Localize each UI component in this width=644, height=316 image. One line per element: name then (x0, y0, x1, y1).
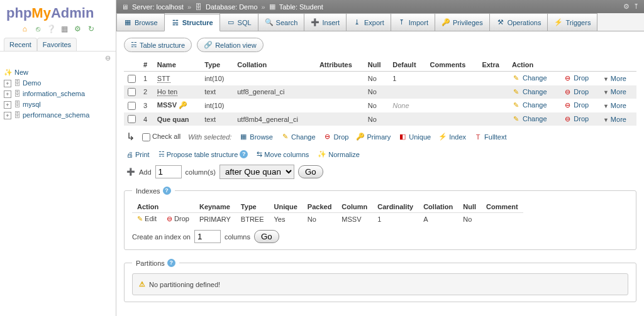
add-count-input[interactable] (155, 165, 182, 178)
bulk-primary[interactable]: 🔑Primary (356, 133, 391, 141)
col-comments[interactable]: Comments (426, 58, 479, 72)
col-null[interactable]: Null (364, 58, 389, 72)
collapse-icon[interactable]: ⊖ (105, 54, 111, 62)
move-columns-link[interactable]: ⇆Move columns (257, 150, 309, 158)
col-comments (426, 85, 479, 99)
settings-icon[interactable]: ⚙ (73, 24, 83, 34)
col-collation[interactable]: Collation (233, 58, 316, 72)
tree-toggle[interactable]: + (4, 80, 11, 87)
row-drop-link[interactable]: ⊖ Drop (563, 74, 589, 82)
tree-new[interactable]: New (14, 68, 28, 76)
idx-col-column: Column (336, 201, 372, 213)
row-checkbox[interactable] (128, 75, 136, 83)
col-comments (426, 99, 479, 112)
col-default[interactable]: Default (389, 58, 426, 72)
row-change-link[interactable]: ✎ Change (512, 101, 547, 109)
col-attributes[interactable]: Attributes (316, 58, 364, 72)
logo-my: My (31, 5, 51, 21)
col-comments (426, 112, 479, 126)
tree-toggle[interactable]: + (4, 90, 11, 98)
structure-icon: ☵ (171, 18, 180, 27)
tab-sql[interactable]: ▭SQL (219, 13, 258, 31)
bulk-change[interactable]: ✎Change (280, 133, 316, 141)
row-change-link[interactable]: ✎ Change (512, 115, 547, 123)
idx-col-action: Action (132, 201, 194, 213)
tree-toggle[interactable]: + (4, 101, 11, 109)
add-go-button[interactable]: Go (298, 165, 323, 178)
create-index-pre: Create an index on (132, 233, 191, 241)
row-drop-link[interactable]: ⊖ Drop (563, 88, 589, 95)
tab-structure[interactable]: ☵Structure (164, 14, 220, 31)
normalize-link[interactable]: ✨Normalize (318, 150, 360, 158)
row-change-link[interactable]: ✎ Change (512, 88, 547, 95)
print-link[interactable]: 🖨Print (126, 151, 150, 158)
col-collation (233, 99, 316, 112)
crumb-table[interactable]: Student (299, 3, 323, 11)
help-icon[interactable]: ? (163, 187, 171, 195)
tab-triggers[interactable]: ⚡Triggers (547, 13, 597, 31)
tab-search[interactable]: 🔍Search (258, 13, 305, 31)
row-more-link[interactable]: ▼ More (603, 102, 626, 109)
tab-operations[interactable]: ⚒Operations (489, 13, 548, 31)
row-drop-link[interactable]: ⊖ Drop (563, 115, 589, 123)
add-position-select[interactable]: after Que quan (219, 165, 294, 179)
col-name[interactable]: Name (153, 58, 201, 72)
tree-toggle[interactable]: + (4, 112, 11, 119)
tab-browse[interactable]: ▦Browse (116, 13, 165, 31)
unique-icon: ◧ (398, 133, 407, 141)
main: 🖥 Server: localhost » 🗄 Database: Demo »… (116, 0, 644, 316)
col-type: text (201, 112, 233, 126)
triggers-icon: ⚡ (554, 18, 563, 27)
indexes-table: Action Keyname Type Unique Packed Column… (132, 201, 523, 225)
logo[interactable]: phpMyAdmin (0, 0, 116, 23)
bulk-unique[interactable]: ◧Unique (398, 133, 431, 141)
bulk-browse[interactable]: ▦Browse (239, 133, 273, 141)
row-change-link[interactable]: ✎ Change (512, 74, 547, 82)
tab-privileges[interactable]: 🔑Privileges (435, 13, 490, 31)
check-all-checkbox[interactable] (142, 133, 150, 141)
bulk-index[interactable]: ⚡Index (438, 133, 466, 141)
col-type[interactable]: Type (201, 58, 233, 72)
row-checkbox[interactable] (128, 88, 136, 96)
col-num[interactable]: # (140, 58, 153, 72)
tab-insert[interactable]: ➕Insert (304, 13, 347, 31)
tab-import[interactable]: ⤒Import (391, 13, 435, 31)
crumb-server[interactable]: localhost (156, 3, 183, 11)
docs-icon[interactable]: ❔ (46, 24, 56, 34)
row-drop-link[interactable]: ⊖ Drop (563, 101, 589, 109)
row-more-link[interactable]: ▼ More (603, 88, 626, 95)
help-icon[interactable]: ? (167, 259, 175, 267)
table-row: 4Que quantextutf8mb4_general_ciNo✎ Chang… (124, 112, 636, 126)
subtab-relation-view[interactable]: 🔗Relation view (197, 38, 263, 52)
pageup-icon[interactable]: ⤒ (633, 3, 639, 11)
sidebar-tab-favorites[interactable]: Favorites (37, 38, 77, 51)
logout-icon[interactable]: ⎋ (33, 24, 43, 34)
row-more-link[interactable]: ▼ More (603, 116, 626, 123)
col-extra[interactable]: Extra (478, 58, 508, 72)
tab-export[interactable]: ⤓Export (346, 13, 391, 31)
bulk-drop[interactable]: ⊖Drop (323, 133, 349, 141)
idx-drop-link[interactable]: ⊖ Drop (167, 215, 189, 222)
idx-edit-link[interactable]: ✎ Edit (137, 215, 157, 222)
tree-db-mysql[interactable]: mysql (23, 101, 41, 108)
tree-db-information-schema[interactable]: information_schema (23, 90, 85, 97)
subtab-table-structure[interactable]: ☵Table structure (124, 38, 192, 52)
check-all-link[interactable]: Check all (152, 133, 180, 140)
create-index-count-input[interactable] (194, 230, 221, 243)
help-icon[interactable]: ? (240, 150, 248, 158)
gear-icon[interactable]: ⚙ (623, 3, 630, 11)
propose-structure-link[interactable]: ☵Propose table structure ? (158, 150, 248, 158)
tree-db-performance-schema[interactable]: performance_schema (23, 111, 89, 119)
row-more-link[interactable]: ▼ More (603, 75, 626, 82)
tree-db-demo[interactable]: Demo (23, 79, 41, 87)
crumb-db[interactable]: Demo (239, 3, 257, 11)
reload-icon[interactable]: ↻ (86, 24, 96, 34)
home-icon[interactable]: ⌂ (19, 24, 30, 34)
row-checkbox[interactable] (128, 102, 136, 110)
sql-icon[interactable]: ▦ (60, 24, 70, 34)
row-checkbox[interactable] (128, 115, 136, 123)
bulk-fulltext[interactable]: TFulltext (474, 133, 506, 141)
index-icon: ⚡ (438, 133, 447, 141)
create-index-go-button[interactable]: Go (254, 230, 279, 243)
sidebar-tab-recent[interactable]: Recent (4, 38, 37, 51)
